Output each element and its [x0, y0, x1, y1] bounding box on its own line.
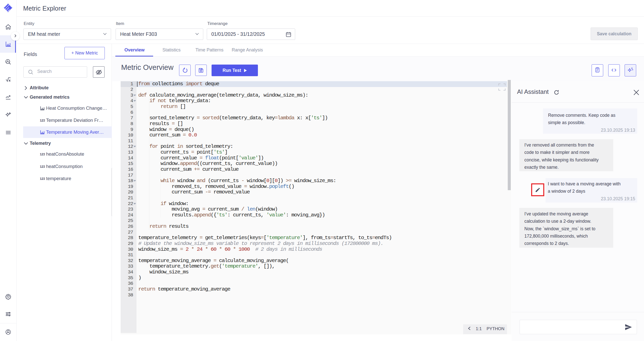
svg-text:123: 123	[40, 119, 45, 122]
svg-text:123: 123	[40, 177, 45, 181]
svg-text:123: 123	[40, 152, 45, 156]
svg-text:123: 123	[40, 165, 45, 168]
